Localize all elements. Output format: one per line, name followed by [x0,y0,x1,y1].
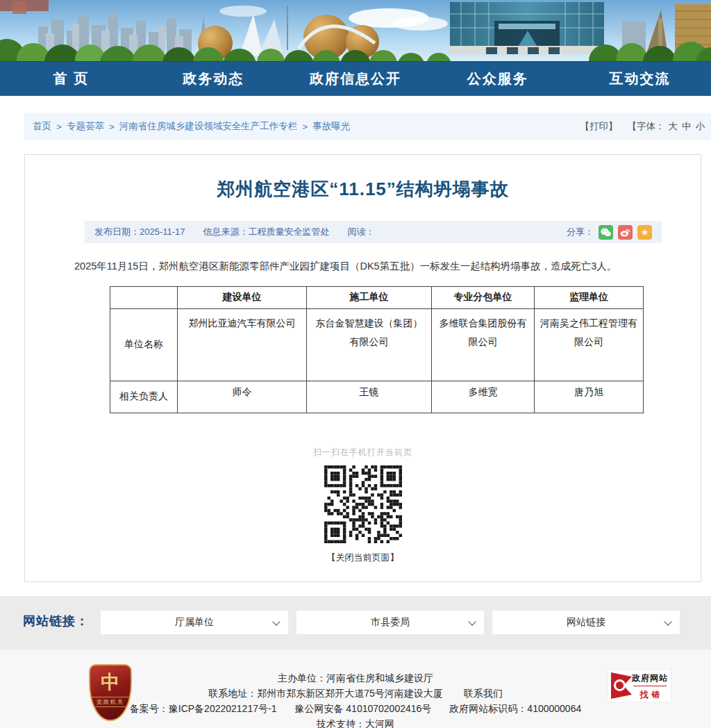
cell-supervision-unit: 河南吴之伟工程管理有限公司 [535,308,644,381]
footer: 中 党政机关 主办单位：河南省住房和城乡建设厅 联系地址：郑州市郑东新区郑开大道… [0,650,711,728]
breadcrumb-separator: > [109,122,115,132]
chevron-down-icon [468,618,476,625]
cell-construction-unit: 郑州比亚迪汽车有限公司 [178,308,307,381]
cell-construction-person: 师令 [178,381,307,413]
website-links-label: 网站链接： [23,613,89,629]
dropdown-selected-value: 市县委局 [371,616,410,629]
article-body-text: 2025年11月15日，郑州航空港区新能源零部件产业园扩建项目（DK5第五批）一… [54,258,671,275]
font-size-small-button[interactable]: 小 [696,120,705,133]
divider [633,686,667,686]
close-page-button[interactable]: 【关闭当前页面】 [327,552,399,564]
responsibility-table: 建设单位 施工单位 专业分包单位 监理单位 单位名称 郑州比亚迪汽车有限公司 东… [110,286,644,413]
breadcrumb-safety-column[interactable]: 河南省住房城乡建设领域安全生产工作专栏 [119,120,298,133]
read-count: 阅读： [348,226,375,238]
security-record-number: 豫公网安备 41010702002416号 [294,703,431,714]
weibo-share-icon[interactable] [618,225,633,240]
header-banner-image [0,0,711,61]
qr-code [324,465,402,543]
table-row-responsible-persons: 相关负责人 师令 王镜 多维宽 唐乃旭 [110,381,644,413]
error-report-magnifier-icon [611,672,632,699]
breadcrumb-accident-exposure[interactable]: 事故曝光 [312,120,350,133]
breadcrumb-home[interactable]: 首页 [33,120,51,133]
dropdown-website-links[interactable]: 网站链接 [492,611,680,634]
article-meta-bar: 发布日期：2025-11-17 信息来源：工程质量安全监管处 阅读： 分享： ★ [85,221,662,243]
cell-contractor-unit: 东台金智慧建设（集团）有限公司 [307,308,432,381]
dropdown-selected-value: 厅属单位 [175,616,214,629]
cell-subcontract-unit: 多维联合集团股份有限公司 [432,308,535,381]
row-label-unit-name: 单位名称 [110,308,178,381]
share-label: 分享： [567,226,594,238]
nav-item-info-disclosure[interactable]: 政府信息公开 [285,62,427,96]
error-report-title: 政府网站 [632,673,668,683]
font-size-medium-button[interactable]: 中 [682,120,692,133]
qzone-star-icon[interactable]: ★ [637,225,652,240]
table-header-contractor-unit: 施工单位 [307,286,432,308]
badge-label: 党政机关 [90,697,131,707]
chevron-down-icon [664,618,671,625]
breadcrumb-separator: > [302,122,308,132]
table-row-unit-names: 单位名称 郑州比亚迪汽车有限公司 东台金智慧建设（集团）有限公司 多维联合集团股… [110,308,644,381]
wechat-icon [601,228,611,237]
breadcrumb-separator: > [56,122,62,132]
dropdown-selected-value: 网站链接 [567,616,605,629]
article-container: 郑州航空港区“11.15”结构坍塌事故 发布日期：2025-11-17 信息来源… [24,154,701,582]
nav-item-public-service[interactable]: 公众服务 [426,62,569,96]
publish-date: 发布日期：2025-11-17 [94,226,185,238]
cell-subcontract-person: 多维宽 [432,381,535,413]
gov-site-id: 政府网站标识码：4100000064 [449,703,581,714]
font-size-large-button[interactable]: 大 [669,120,678,133]
table-header-supervision-unit: 监理单位 [535,286,644,308]
table-header-subcontract-unit: 专业分包单位 [432,286,535,308]
nav-item-gov-news[interactable]: 政务动态 [142,62,285,96]
star-glyph: ★ [641,227,649,238]
qr-code-image [324,465,402,543]
table-header-row: 建设单位 施工单位 专业分包单位 监理单位 [110,286,644,308]
chevron-down-icon [272,618,280,625]
qr-hint-text: 扫一扫在手机打开当前页 [25,447,701,458]
font-size-label: 【字体： [628,120,665,133]
icp-number: 备案号：豫ICP备2022021217号-1 [130,703,277,714]
row-label-responsible-person: 相关负责人 [110,381,178,413]
error-report-action: 找错 [637,690,664,700]
cell-supervision-person: 唐乃旭 [535,381,644,413]
breadcrumb-special-topics[interactable]: 专题荟萃 [67,120,104,133]
table-header-blank [110,286,178,308]
dropdown-city-county-bureaus[interactable]: 市县委局 [296,611,484,634]
cell-contractor-person: 王镜 [307,381,432,413]
qr-section: 扫一扫在手机打开当前页 【关闭当前页面】 [25,447,701,564]
page-title: 郑州航空港区“11.15”结构坍塌事故 [25,177,701,201]
print-button[interactable]: 【打印】 [580,120,618,133]
contact-us-link[interactable]: 联系我们 [464,688,503,699]
wechat-share-icon[interactable] [599,225,613,240]
badge-emblem-icon: 中 [90,670,131,695]
breadcrumb: 首页 > 专题荟萃 > 河南省住房城乡建设领域安全生产工作专栏 > 事故曝光 【… [24,113,711,140]
info-source: 信息来源：工程质量安全监管处 [203,226,330,238]
footer-address-text: 联系地址：郑州市郑东新区郑开大道75号河南建设大厦 [208,688,443,699]
gov-site-error-report-link[interactable]: 政府网站 找错 [608,669,671,702]
website-links-band: 网站链接： 厅属单位 市县委局 网站链接 [0,596,711,650]
banner-skyline-illustration [0,0,711,61]
weibo-icon [620,228,630,237]
dropdown-department-units[interactable]: 厅属单位 [101,611,288,634]
nav-item-interaction[interactable]: 互动交流 [569,62,711,96]
main-nav: 首 页 政务动态 政府信息公开 公众服务 互动交流 [0,61,711,96]
table-header-construction-unit: 建设单位 [178,286,307,308]
nav-item-home[interactable]: 首 页 [0,62,142,96]
